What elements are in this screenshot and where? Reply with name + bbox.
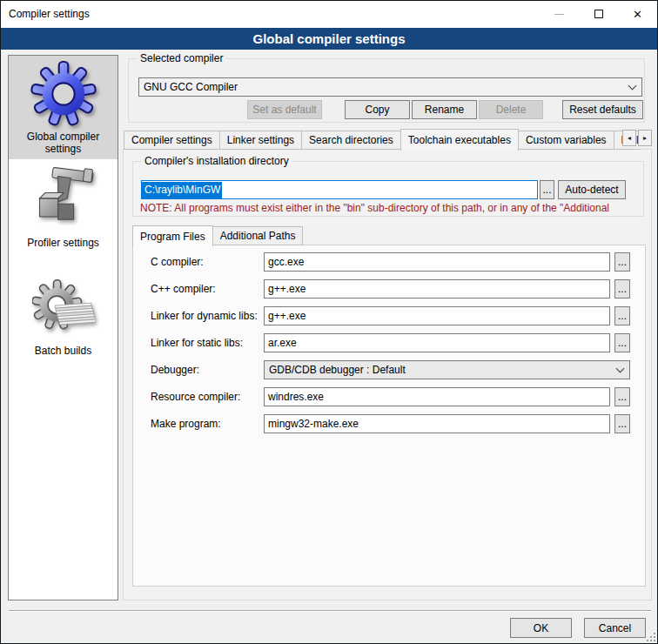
ok-button[interactable]: OK bbox=[510, 618, 572, 638]
group-label: Compiler's installation directory bbox=[141, 155, 292, 168]
installation-directory-input[interactable]: C:\raylib\MinGW bbox=[141, 180, 538, 199]
sidebar-item-label: Batch builds bbox=[9, 345, 118, 357]
toolchain-executables-page: Compiler's installation directory C:\ray… bbox=[123, 149, 652, 600]
reset-defaults-button[interactable]: Reset defaults bbox=[562, 100, 643, 119]
cancel-button[interactable]: Cancel bbox=[584, 618, 646, 638]
c-compiler-browse-button[interactable]: ... bbox=[614, 252, 630, 272]
tab-scroll-arrows: ◂ ▸ bbox=[622, 130, 652, 146]
sidebar-item-profiler-settings[interactable]: Profiler settings bbox=[9, 162, 118, 259]
sidebar: Global compiler settings bbox=[8, 55, 118, 600]
subtab-additional-paths[interactable]: Additional Paths bbox=[212, 226, 304, 245]
linker-for-dynamic-libs-browse-button[interactable]: ... bbox=[614, 306, 630, 325]
make-program-browse-button[interactable]: ... bbox=[614, 414, 630, 433]
tab-search-directories[interactable]: Search directories bbox=[301, 131, 401, 150]
close-button[interactable]: ✕ bbox=[618, 1, 657, 27]
field-value: GDB/CDB debugger : Default bbox=[269, 364, 406, 376]
titlebar[interactable]: Compiler settings ✕ bbox=[1, 1, 657, 28]
tab-toolchain-executables[interactable]: Toolchain executables bbox=[400, 129, 519, 151]
close-icon: ✕ bbox=[633, 9, 642, 20]
footer-divider bbox=[9, 610, 651, 612]
linker-for-dynamic-libs-label: Linker for dynamic libs: bbox=[151, 310, 258, 322]
tab-linker-settings[interactable]: Linker settings bbox=[219, 131, 302, 150]
make-program-input[interactable]: mingw32-make.exe bbox=[264, 414, 610, 433]
linker-for-static-libs-label: Linker for static libs: bbox=[151, 337, 243, 349]
sidebar-item-global-compiler-settings[interactable]: Global compiler settings bbox=[9, 56, 118, 159]
resource-compiler-browse-button[interactable]: ... bbox=[614, 387, 630, 406]
window-title: Compiler settings bbox=[9, 1, 90, 28]
dialog-header: Global compiler settings bbox=[1, 28, 657, 50]
selected-compiler-value: GNU GCC Compiler bbox=[144, 81, 238, 93]
sidebar-item-batch-builds[interactable]: Batch builds bbox=[9, 275, 118, 369]
set-as-default-button: Set as default bbox=[247, 100, 322, 119]
subtab-program-files[interactable]: Program Files bbox=[132, 225, 213, 246]
chevron-down-icon bbox=[616, 365, 625, 373]
minimize-button bbox=[540, 1, 579, 27]
selected-path-text: C:\raylib\MinGW bbox=[142, 182, 222, 199]
cpp-compiler-label: C++ compiler: bbox=[151, 283, 216, 295]
right-arrow-icon: ▸ bbox=[643, 135, 647, 142]
selected-compiler-dropdown[interactable]: GNU GCC Compiler bbox=[138, 77, 642, 97]
debugger-label: Debugger: bbox=[151, 364, 199, 376]
caliper-tool-icon bbox=[30, 166, 97, 234]
linker-for-dynamic-libs-input[interactable]: g++.exe bbox=[264, 306, 610, 325]
left-arrow-icon: ◂ bbox=[628, 135, 631, 142]
linker-for-static-libs-browse-button[interactable]: ... bbox=[614, 333, 630, 352]
maximize-icon bbox=[594, 10, 603, 18]
make-program-label: Make program: bbox=[151, 418, 221, 430]
auto-detect-button[interactable]: Auto-detect bbox=[558, 180, 626, 199]
gray-gear-stack-icon bbox=[32, 279, 95, 342]
tab-scroll-left-button[interactable]: ◂ bbox=[622, 130, 636, 146]
maximize-button[interactable] bbox=[579, 1, 618, 27]
resource-compiler-label: Resource compiler: bbox=[151, 391, 240, 403]
program-files-tabstrip: Program FilesAdditional Paths bbox=[132, 225, 302, 245]
rename-button[interactable]: Rename bbox=[412, 100, 477, 119]
resource-compiler-input[interactable]: windres.exe bbox=[264, 387, 610, 406]
program-files-page: C compiler:gcc.exe...C++ compiler:g++.ex… bbox=[132, 245, 646, 587]
c-compiler-input[interactable]: gcc.exe bbox=[264, 252, 610, 272]
browse-directory-button[interactable]: ... bbox=[540, 180, 554, 199]
minimize-icon bbox=[554, 14, 564, 15]
settings-tabstrip: Compiler settingsLinker settingsSearch d… bbox=[124, 128, 639, 150]
sidebar-item-label: Global compiler settings bbox=[9, 131, 118, 155]
window-controls: ✕ bbox=[540, 1, 657, 27]
debugger-dropdown[interactable]: GDB/CDB debugger : Default bbox=[264, 360, 630, 379]
delete-button: Delete bbox=[479, 100, 543, 119]
tab-custom-variables[interactable]: Custom variables bbox=[518, 131, 614, 150]
cpp-compiler-input[interactable]: g++.exe bbox=[264, 279, 610, 299]
linker-for-static-libs-input[interactable]: ar.exe bbox=[264, 333, 610, 352]
group-label: Selected compiler bbox=[137, 52, 226, 65]
resize-grip[interactable] bbox=[647, 633, 655, 641]
install-directory-note: NOTE: All programs must exist either in … bbox=[140, 202, 640, 214]
compiler-settings-dialog: Compiler settings ✕ Global compiler sett… bbox=[0, 0, 658, 644]
tab-compiler-settings[interactable]: Compiler settings bbox=[124, 131, 220, 150]
copy-button[interactable]: Copy bbox=[345, 100, 410, 119]
c-compiler-label: C compiler: bbox=[151, 256, 204, 268]
blue-gear-icon bbox=[30, 60, 97, 128]
sidebar-item-label: Profiler settings bbox=[9, 237, 118, 249]
cpp-compiler-browse-button[interactable]: ... bbox=[614, 279, 630, 299]
chevron-down-icon bbox=[628, 82, 637, 91]
tab-scroll-right-button[interactable]: ▸ bbox=[638, 130, 652, 146]
